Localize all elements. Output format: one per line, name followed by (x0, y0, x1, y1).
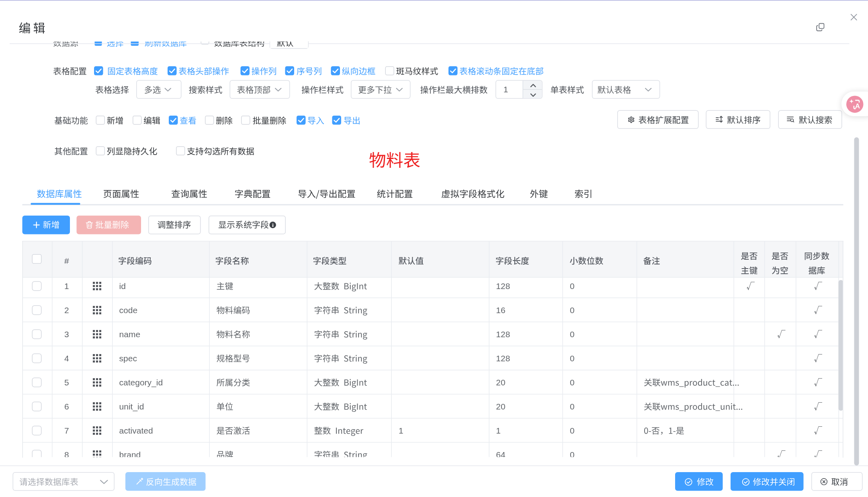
svg-text:A: A (855, 102, 860, 110)
